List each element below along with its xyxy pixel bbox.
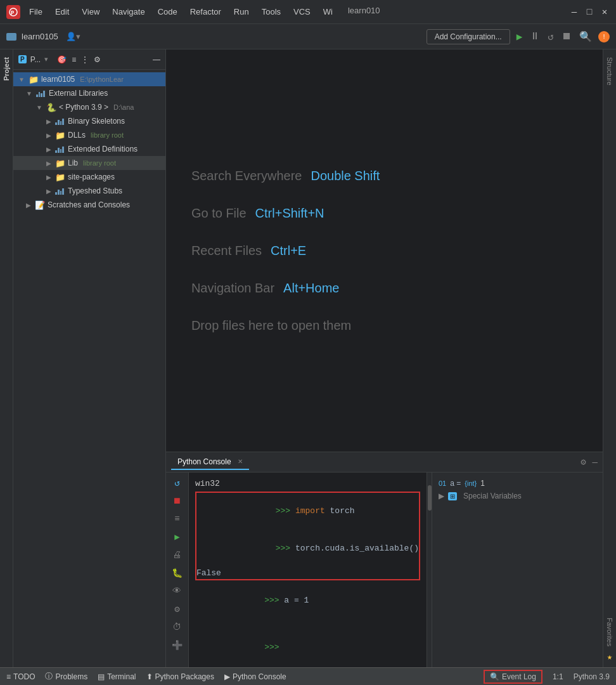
menu-navigate[interactable]: Navigate xyxy=(110,6,147,18)
recent-action-label: Recent Files xyxy=(191,244,262,258)
event-log-button[interactable]: 🔍 Event Log xyxy=(484,670,542,684)
debug-console-button[interactable]: 🐛 xyxy=(170,566,184,580)
window-controls: — □ ✕ xyxy=(569,7,610,17)
add-console-button[interactable]: ➕ xyxy=(170,639,184,652)
site-packages-item[interactable]: ▶ 📁 site-packages xyxy=(13,170,165,184)
scratches-consoles-item[interactable]: ▶ 📝 Scratches and Consoles xyxy=(13,198,165,212)
python-packages-label: Python Packages xyxy=(155,672,214,681)
view-console-button[interactable]: 👁 xyxy=(171,585,183,597)
panel-collapse-icon[interactable]: ≡ xyxy=(72,55,76,64)
print-console-button[interactable]: 🖨 xyxy=(171,549,183,561)
notifications-icon[interactable]: ! xyxy=(598,31,610,42)
typeshed-stubs-item[interactable]: ▶ Typeshed Stubs xyxy=(13,184,165,198)
pause-button[interactable]: ⏸ xyxy=(529,29,541,44)
console-scrollbar[interactable] xyxy=(427,473,432,667)
sidebar-tab-favorites[interactable]: Favorites xyxy=(603,613,616,651)
time-console-button[interactable]: ⏱ xyxy=(171,621,183,634)
sidebar-tab-structure[interactable]: Structure xyxy=(603,52,616,91)
python-console-tab[interactable]: Python Console ✕ xyxy=(171,455,249,470)
python-version-item[interactable]: ▼ 🐍 < Python 3.9 > D:\ana xyxy=(13,100,165,114)
welcome-row-dropfiles: Drop files here to open them xyxy=(191,318,603,333)
special-vars-arrow[interactable]: ▶ xyxy=(439,492,444,500)
menu-tools[interactable]: Tools xyxy=(259,6,283,18)
lib-item[interactable]: ▶ 📁 Lib library root xyxy=(13,156,165,170)
var-a-type-label: {int} xyxy=(465,480,477,487)
panel-locate-icon[interactable]: 🎯 xyxy=(57,55,67,64)
python-packages-icon: ⬆ xyxy=(146,672,153,681)
python-label: < Python 3.9 > xyxy=(59,103,108,112)
stop-console-button[interactable]: ⏹ xyxy=(171,495,183,507)
settings-console-button[interactable]: ⚙ xyxy=(173,603,181,616)
root-label: learn0105 xyxy=(41,75,75,84)
panel-expand-icon[interactable]: ⋮ xyxy=(81,55,89,64)
menu-code[interactable]: Code xyxy=(155,6,180,18)
status-problems[interactable]: ⓘ Problems xyxy=(45,671,87,682)
maximize-button[interactable]: □ xyxy=(584,7,594,17)
panel-close-icon[interactable]: — xyxy=(153,55,160,64)
dlls-item[interactable]: ▶ 📁 DLLs library root xyxy=(13,128,165,142)
user-icon[interactable]: 👤▾ xyxy=(66,32,80,41)
cursor-position: 1:1 xyxy=(553,672,563,681)
root-folder-icon: 📁 xyxy=(29,75,39,84)
python-console-tab-close[interactable]: ✕ xyxy=(238,458,243,465)
external-libraries-item[interactable]: ▼ External Libraries xyxy=(13,86,165,100)
panel-type-icon: P xyxy=(18,55,27,63)
binary-skeletons-item[interactable]: ▶ Binary Skeletons xyxy=(13,114,165,128)
menu-vcs[interactable]: VCS xyxy=(291,6,313,18)
status-terminal[interactable]: ▤ Terminal xyxy=(98,672,136,681)
rerun-button[interactable]: ↺ xyxy=(546,29,555,44)
rerun-console-button[interactable]: ↺ xyxy=(173,476,181,490)
search-action-label: Search Everywhere xyxy=(191,169,302,183)
site-pkg-icon: 📁 xyxy=(55,173,65,182)
status-bar-right: 🔍 Event Log 1:1 Python 3.9 xyxy=(484,670,610,684)
status-todo[interactable]: ≡ TODO xyxy=(6,672,35,681)
sidebar-tab-project[interactable]: Project xyxy=(0,52,13,86)
scratches-arrow: ▶ xyxy=(26,202,31,209)
ext-defs-icon xyxy=(55,145,64,153)
svg-text:P: P xyxy=(11,10,15,16)
special-vars-row[interactable]: ▶ ⊞ Special Variables xyxy=(439,489,596,503)
welcome-row-goto: Go to File Ctrl+Shift+N xyxy=(191,206,603,221)
title-bar: P File Edit View Navigate Code Refactor … xyxy=(0,0,616,24)
panel-minimize-button[interactable]: — xyxy=(593,457,598,467)
lib-sublabel: library root xyxy=(83,159,116,167)
event-log-label: Event Log xyxy=(502,672,536,681)
console-main: win32 >>> import torch >>> torch.cuda.is… xyxy=(189,473,603,667)
add-configuration-button[interactable]: Add Configuration... xyxy=(427,29,510,44)
scratches-icon: 📝 xyxy=(35,200,45,210)
menu-edit[interactable]: Edit xyxy=(53,6,72,18)
panel-settings-button[interactable]: ⚙ xyxy=(581,457,586,467)
run-button[interactable]: ▶ xyxy=(515,29,524,44)
run-console-button[interactable]: ▶ xyxy=(173,530,181,544)
python-path: D:\ana xyxy=(113,103,134,111)
favorites-star-icon[interactable]: ★ xyxy=(607,651,612,662)
dlls-label: DLLs xyxy=(68,131,86,140)
project-name-title: learn010 xyxy=(348,6,380,18)
close-button[interactable]: ✕ xyxy=(600,7,610,17)
stop-button[interactable]: ⏹ xyxy=(560,29,573,44)
menu-wi[interactable]: Wi xyxy=(321,6,335,18)
search-everywhere-icon[interactable]: 🔍 xyxy=(578,29,593,44)
console-output[interactable]: win32 >>> import torch >>> torch.cuda.is… xyxy=(189,473,427,667)
tree-root-item[interactable]: ▼ 📁 learn0105 E:\pythonLear xyxy=(13,72,165,86)
extended-defs-item[interactable]: ▶ Extended Definitions xyxy=(13,142,165,156)
goto-shortcut-label: Ctrl+Shift+N xyxy=(255,206,324,221)
navbar-action-label: Navigation Bar xyxy=(191,281,274,296)
menu-bar: File Edit View Navigate Code Refactor Ru… xyxy=(27,6,569,18)
variables-panel: 01 a = {int} 1 ▶ ⊞ Special Variables xyxy=(432,473,603,667)
panel-dropdown-arrow[interactable]: ▾ xyxy=(44,55,48,63)
filter-console-button[interactable]: ≡ xyxy=(173,512,181,525)
status-python-packages[interactable]: ⬆ Python Packages xyxy=(146,672,214,681)
prompt-3: >>> xyxy=(264,596,284,605)
menu-run[interactable]: Run xyxy=(231,6,252,18)
panel-settings-icon[interactable]: ⚙ xyxy=(94,55,101,64)
lib-label: Lib xyxy=(68,159,78,167)
minimize-button[interactable]: — xyxy=(569,7,579,17)
python-console-tab-label: Python Console xyxy=(177,457,231,466)
menu-file[interactable]: File xyxy=(27,6,45,18)
menu-view[interactable]: View xyxy=(79,6,102,18)
folder-icon xyxy=(6,33,16,41)
menu-refactor[interactable]: Refactor xyxy=(188,6,224,18)
status-python-console[interactable]: ▶ Python Console xyxy=(224,672,286,681)
toolbar-actions: ▶ ⏸ ↺ ⏹ 🔍 ! xyxy=(515,29,610,44)
